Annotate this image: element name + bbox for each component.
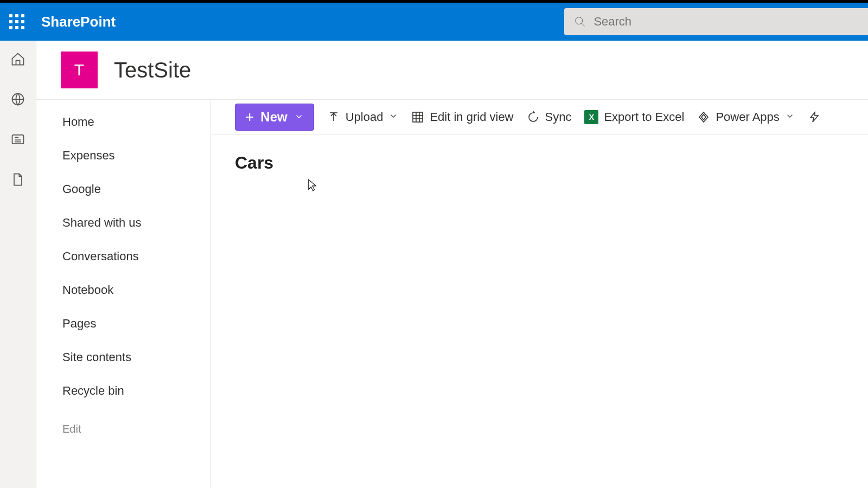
search-input[interactable] [593, 15, 868, 29]
chevron-down-icon [785, 110, 795, 124]
chevron-down-icon [388, 110, 398, 124]
brand-label[interactable]: SharePoint [41, 14, 116, 30]
file-icon [10, 172, 25, 187]
automate-icon [808, 111, 821, 124]
home-icon [10, 52, 25, 67]
power-apps-label: Power Apps [716, 110, 779, 124]
chevron-down-icon [294, 110, 304, 125]
nav-item-site-contents[interactable]: Site contents [36, 341, 210, 374]
export-excel-button[interactable]: X Export to Excel [584, 110, 684, 124]
rail-files[interactable] [10, 172, 25, 189]
nav-item-expenses[interactable]: Expenses [36, 139, 210, 172]
svg-line-1 [582, 23, 585, 27]
sync-icon [527, 111, 540, 124]
new-button[interactable]: + New [235, 104, 314, 131]
svg-point-0 [576, 17, 583, 24]
svg-rect-9 [413, 112, 423, 122]
search-icon [574, 15, 586, 28]
suite-bar: SharePoint [0, 0, 868, 41]
command-bar: + New Upload Edit in grid view [211, 100, 868, 134]
excel-icon: X [584, 110, 598, 124]
app-launcher-button[interactable] [0, 3, 34, 41]
nav-item-home[interactable]: Home [36, 105, 210, 139]
power-apps-button[interactable]: Power Apps [697, 110, 794, 124]
new-button-label: New [260, 110, 287, 125]
mouse-cursor [308, 178, 317, 192]
nav-item-google[interactable]: Google [36, 172, 210, 206]
news-icon [10, 132, 25, 147]
edit-grid-label: Edit in grid view [430, 110, 513, 124]
main-region: + New Upload Edit in grid view [211, 100, 868, 487]
nav-item-pages[interactable]: Pages [36, 307, 210, 341]
upload-icon [327, 111, 340, 124]
search-box[interactable] [564, 8, 868, 35]
sync-button[interactable]: Sync [527, 110, 572, 124]
sync-label: Sync [545, 110, 572, 124]
power-apps-icon [697, 111, 710, 124]
site-header: T TestSite [36, 41, 868, 100]
list-title: Cars [211, 134, 868, 173]
export-label: Export to Excel [604, 110, 684, 124]
page-body: T TestSite Home Expenses Google Shared w… [36, 41, 868, 488]
site-logo[interactable]: T [61, 52, 98, 88]
rail-home[interactable] [10, 52, 25, 69]
plus-icon: + [245, 110, 254, 125]
left-rail [0, 41, 36, 488]
side-nav: Home Expenses Google Shared with us Conv… [36, 100, 211, 487]
site-title[interactable]: TestSite [114, 58, 191, 82]
upload-button[interactable]: Upload [327, 110, 399, 124]
rail-global[interactable] [10, 92, 25, 109]
nav-item-shared[interactable]: Shared with us [36, 206, 210, 240]
upload-label: Upload [346, 110, 384, 124]
svg-rect-3 [12, 135, 24, 144]
nav-edit-link[interactable]: Edit [36, 408, 210, 445]
edit-grid-button[interactable]: Edit in grid view [411, 110, 513, 124]
grid-icon [411, 111, 424, 124]
automate-button[interactable] [808, 111, 821, 124]
nav-item-notebook[interactable]: Notebook [36, 273, 210, 307]
rail-news[interactable] [10, 132, 25, 149]
waffle-icon [9, 14, 24, 29]
globe-icon [10, 92, 25, 107]
nav-item-recycle-bin[interactable]: Recycle bin [36, 374, 210, 408]
nav-item-conversations[interactable]: Conversations [36, 240, 210, 273]
